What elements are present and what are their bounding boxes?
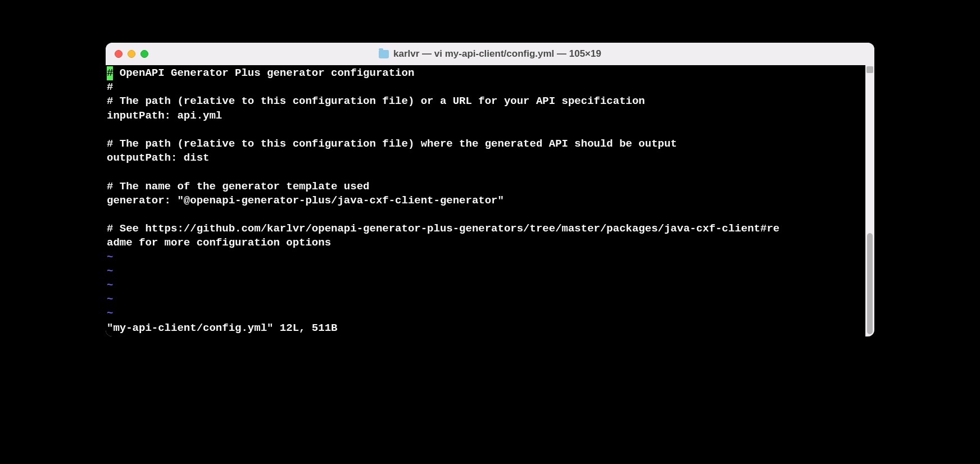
empty-line-tilde: ~ xyxy=(107,293,113,306)
empty-line-tilde: ~ xyxy=(107,279,113,292)
empty-line-tilde: ~ xyxy=(107,251,113,263)
editor-line: # xyxy=(107,80,864,94)
terminal-window: karlvr — vi my-api-client/config.yml — 1… xyxy=(106,43,874,336)
scroll-indicator xyxy=(866,66,873,73)
editor-line: adme for more configuration options xyxy=(107,236,864,250)
editor-text: "my-api-client/config.yml" 12L, 511B xyxy=(107,322,337,334)
editor-text: # The name of the generator template use… xyxy=(107,180,369,193)
editor-line: ~ xyxy=(107,293,864,307)
editor-line: # The path (relative to this configurati… xyxy=(107,137,864,151)
editor-line: ~ xyxy=(107,251,864,265)
editor-content[interactable]: # OpenAPI Generator Plus generator confi… xyxy=(106,65,865,336)
editor-text: # The path (relative to this configurati… xyxy=(107,138,677,150)
editor-text: # The path (relative to this configurati… xyxy=(107,95,645,107)
editor-text xyxy=(107,124,113,136)
editor-text: # See https://github.com/karlvr/openapi-… xyxy=(107,222,779,235)
editor-line xyxy=(107,165,864,179)
minimize-button[interactable] xyxy=(128,50,135,58)
editor-line: generator: "@openapi-generator-plus/java… xyxy=(107,194,864,208)
empty-line-tilde: ~ xyxy=(107,265,113,278)
scroll-thumb[interactable] xyxy=(867,233,873,334)
editor-text: adme for more configuration options xyxy=(107,236,331,249)
empty-line-tilde: ~ xyxy=(107,307,113,320)
editor-text: inputPath: api.yml xyxy=(107,110,222,122)
editor-text: generator: "@openapi-generator-plus/java… xyxy=(107,194,504,207)
editor-line: outputPath: dist xyxy=(107,151,864,165)
editor-line: ~ xyxy=(107,265,864,279)
editor-line: ~ xyxy=(107,279,864,293)
editor-text xyxy=(107,208,113,221)
editor-line xyxy=(107,123,864,137)
window-title-text: karlvr — vi my-api-client/config.yml — 1… xyxy=(393,48,601,60)
editor-line: # See https://github.com/karlvr/openapi-… xyxy=(107,222,864,236)
editor-text: # xyxy=(107,81,113,93)
editor-text: outputPath: dist xyxy=(107,152,209,164)
window-controls xyxy=(115,50,148,58)
window-title: karlvr — vi my-api-client/config.yml — 1… xyxy=(379,48,601,60)
editor-text: OpenAPI Generator Plus generator configu… xyxy=(113,67,414,79)
editor-line: "my-api-client/config.yml" 12L, 511B xyxy=(107,321,864,335)
zoom-button[interactable] xyxy=(140,50,148,58)
editor-line: # OpenAPI Generator Plus generator confi… xyxy=(107,66,864,80)
editor-text xyxy=(107,166,113,178)
folder-icon xyxy=(379,50,389,58)
window-titlebar[interactable]: karlvr — vi my-api-client/config.yml — 1… xyxy=(106,43,874,65)
editor-line: # The name of the generator template use… xyxy=(107,180,864,194)
editor-line xyxy=(107,208,864,222)
close-button[interactable] xyxy=(115,50,122,58)
editor-line: inputPath: api.yml xyxy=(107,109,864,123)
editor-line: ~ xyxy=(107,307,864,321)
cursor: # xyxy=(107,66,113,80)
editor-line: # The path (relative to this configurati… xyxy=(107,94,864,108)
scrollbar[interactable] xyxy=(865,65,874,336)
terminal-body: # OpenAPI Generator Plus generator confi… xyxy=(106,65,874,336)
